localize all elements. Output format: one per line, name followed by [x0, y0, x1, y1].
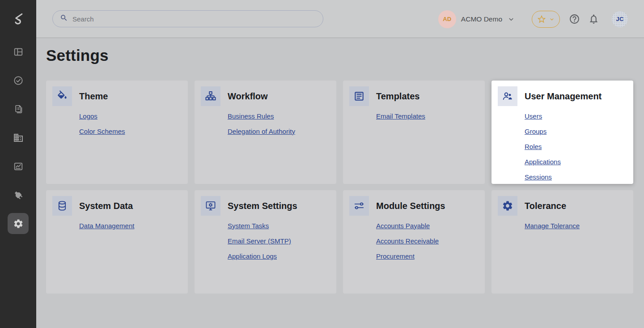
sidebar-item-tasks[interactable]	[8, 70, 29, 91]
card-link[interactable]: Business Rules	[228, 112, 274, 120]
search-input[interactable]	[72, 15, 316, 23]
card-link[interactable]: Manage Tolerance	[525, 222, 580, 230]
card-icon-tile	[349, 196, 369, 216]
card-link[interactable]: Procurement	[376, 252, 415, 260]
card-head: System Data	[52, 196, 182, 216]
org-chart-icon	[205, 90, 216, 102]
card-link-item: System Tasks	[228, 221, 330, 230]
card-link-item: Application Logs	[228, 251, 330, 260]
card-link[interactable]: Delegation of Authority	[228, 128, 295, 135]
chart-icon	[13, 161, 24, 172]
card-link-item: Sessions	[525, 172, 627, 181]
gear-icon	[13, 218, 24, 229]
plug-icon	[13, 190, 24, 200]
card-link[interactable]: Groups	[525, 128, 547, 135]
card-link[interactable]: Email Templates	[376, 112, 425, 120]
card-title: System Settings	[228, 201, 297, 211]
card-head: User Management	[498, 86, 627, 106]
card-head: Theme	[52, 86, 182, 106]
card-link[interactable]: System Tasks	[228, 222, 269, 230]
account-switcher[interactable]: AD ACMO Demo	[438, 10, 515, 28]
card-link[interactable]: Color Schemes	[79, 128, 125, 135]
card-link-item: Procurement	[376, 251, 479, 260]
people-icon	[502, 90, 513, 102]
favorites-button[interactable]	[532, 11, 560, 28]
check-circle-icon	[13, 75, 24, 86]
card-title: Workflow	[228, 91, 268, 102]
card-title: Tolerance	[525, 201, 566, 211]
card-link-item: Data Management	[79, 221, 182, 230]
notifications-button[interactable]	[588, 13, 599, 25]
help-button[interactable]	[569, 13, 580, 25]
user-avatar[interactable]: JC	[612, 11, 628, 27]
dashboard-icon	[13, 47, 24, 57]
card-link-item: Manage Tolerance	[525, 221, 627, 230]
chevron-down-icon	[507, 15, 515, 23]
monitor-gear-icon	[205, 200, 216, 212]
card-link[interactable]: Accounts Receivable	[376, 237, 439, 245]
card-link[interactable]: Accounts Payable	[376, 222, 430, 230]
paint-bucket-icon	[56, 90, 68, 102]
card-link[interactable]: Logos	[79, 112, 97, 120]
card-icon-tile	[349, 86, 369, 106]
card-title: Templates	[376, 91, 419, 102]
settings-card: System Settings System TasksEmail Server…	[195, 190, 336, 294]
documents-icon	[13, 104, 24, 115]
card-icon-tile	[52, 86, 72, 106]
card-link-item: Business Rules	[228, 111, 330, 120]
settings-card: Templates Email Templates	[343, 81, 485, 184]
card-links: Accounts PayableAccounts ReceivableProcu…	[349, 221, 479, 260]
card-links: Data Management	[52, 221, 182, 230]
card-link-item: Color Schemes	[79, 127, 182, 136]
sidebar-item-integrations[interactable]	[8, 184, 29, 205]
card-link-item: Roles	[525, 142, 627, 151]
card-links: LogosColor Schemes	[52, 111, 182, 136]
search-icon	[60, 14, 68, 24]
card-links: System TasksEmail Server (SMTP)Applicati…	[201, 221, 330, 260]
sidebar-item-dashboard[interactable]	[8, 41, 29, 62]
sidebar-item-reports[interactable]	[8, 156, 29, 177]
card-title: User Management	[525, 91, 602, 102]
sidebar-item-documents[interactable]	[8, 98, 29, 119]
card-icon-tile	[498, 196, 517, 216]
gear-icon	[502, 200, 513, 212]
database-icon	[56, 200, 68, 212]
card-icon-tile	[201, 86, 220, 106]
sidebar-nav	[0, 41, 36, 234]
account-avatar: AD	[438, 10, 456, 28]
card-icon-tile	[201, 196, 220, 216]
settings-cards-grid: Theme LogosColor Schemes Workflow Busine…	[46, 81, 633, 294]
settings-card: User Management UsersGroupsRolesApplicat…	[491, 81, 633, 184]
topbar: AD ACMO Demo JC	[36, 0, 644, 38]
search-box	[52, 10, 323, 27]
card-link[interactable]: Roles	[525, 143, 542, 150]
card-link-item: Email Server (SMTP)	[228, 236, 330, 245]
settings-card: Tolerance Manage Tolerance	[491, 190, 633, 294]
settings-card: System Data Data Management	[46, 190, 188, 294]
brand-logo-icon[interactable]	[8, 8, 29, 29]
sidebar-item-settings[interactable]	[8, 213, 29, 234]
account-name: ACMO Demo	[461, 15, 502, 23]
card-link[interactable]: Application Logs	[228, 252, 277, 260]
card-link[interactable]: Applications	[525, 158, 561, 166]
card-link-item: Accounts Payable	[376, 221, 479, 230]
card-link-item: Applications	[525, 157, 627, 166]
card-head: Tolerance	[498, 196, 627, 216]
card-link[interactable]: Data Management	[79, 222, 134, 230]
sidebar-item-organization[interactable]	[8, 127, 29, 148]
building-icon	[13, 132, 24, 143]
card-link[interactable]: Users	[525, 112, 542, 120]
settings-card: Theme LogosColor Schemes	[46, 81, 188, 184]
card-icon-tile	[498, 86, 517, 106]
card-link[interactable]: Sessions	[525, 173, 552, 181]
card-head: Workflow	[201, 86, 330, 106]
card-link-item: Logos	[79, 111, 182, 120]
main-content: Settings Theme LogosColor Schemes Workfl…	[36, 38, 644, 328]
chevron-down-icon	[549, 16, 555, 22]
page-title: Settings	[46, 47, 109, 64]
card-link-item: Email Templates	[376, 111, 479, 120]
card-head: Module Settings	[349, 196, 479, 216]
bell-icon	[588, 13, 599, 25]
card-link[interactable]: Email Server (SMTP)	[228, 237, 291, 245]
settings-card: Workflow Business RulesDelegation of Aut…	[195, 81, 336, 184]
